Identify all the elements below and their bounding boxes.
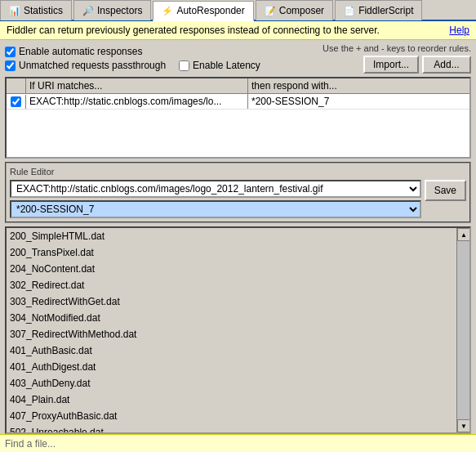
- list-item[interactable]: 200_SimpleHTML.dat: [7, 228, 456, 244]
- uri-header-label: If URI matches...: [29, 80, 102, 92]
- enable-responses-input[interactable]: [5, 47, 16, 57]
- tab-autoresponder-label: AutoResponder: [176, 5, 244, 16]
- rule-editor-body: EXACT:http://static.cnblogs.com/images/l…: [10, 180, 466, 218]
- scroll-up-btn[interactable]: ▲: [457, 228, 470, 241]
- rule-editor-title: Rule Editor: [10, 167, 466, 177]
- enable-responses-checkbox[interactable]: Enable automatic responses: [5, 46, 260, 57]
- info-banner: Fiddler can return previously generated …: [0, 21, 476, 40]
- toolbar: Enable automatic responses Unmatched req…: [0, 40, 476, 77]
- tab-bar: 📊 Statistics 🔎 Inspectors ⚡ AutoResponde…: [0, 0, 476, 21]
- toolbar-right: Use the + and - keys to reorder rules. I…: [323, 43, 471, 74]
- row-uri: EXACT:http://static.cnblogs.com/images/l…: [26, 94, 248, 109]
- rule-inputs: EXACT:http://static.cnblogs.com/images/l…: [10, 180, 421, 218]
- reorder-hint: Use the + and - keys to reorder rules.: [323, 43, 471, 53]
- tab-statistics-label: Statistics: [24, 5, 63, 16]
- statistics-icon: 📊: [9, 5, 20, 16]
- passthrough-label: Unmatched requests passthrough: [19, 60, 166, 71]
- latency-checkbox[interactable]: Enable Latency: [179, 60, 260, 71]
- list-item[interactable]: 200_TransPixel.dat: [7, 244, 456, 261]
- banner-text: Fiddler can return previously generated …: [7, 25, 380, 36]
- import-button[interactable]: Import...: [363, 56, 419, 74]
- list-item[interactable]: 403_AuthDeny.dat: [7, 375, 456, 392]
- col-check-header: [7, 78, 26, 93]
- uri-select[interactable]: EXACT:http://static.cnblogs.com/images/l…: [10, 180, 421, 198]
- inspectors-icon: 🔎: [82, 5, 94, 16]
- col-uri-header: If URI matches...: [26, 78, 248, 93]
- find-bar[interactable]: Find a file...: [0, 434, 476, 452]
- latency-label: Enable Latency: [193, 60, 260, 71]
- list-item[interactable]: 204_NoContent.dat: [7, 261, 456, 277]
- latency-input[interactable]: [179, 60, 189, 71]
- list-item[interactable]: 502_Unreachable.dat: [7, 424, 456, 432]
- composer-icon: 📝: [265, 5, 276, 16]
- rule-editor: Rule Editor EXACT:http://static.cnblogs.…: [5, 162, 471, 223]
- add-button[interactable]: Add...: [422, 56, 471, 74]
- row-uri-value: EXACT:http://static.cnblogs.com/images/l…: [29, 96, 221, 107]
- list-item[interactable]: 307_RedirectWithMethod.dat: [7, 326, 456, 342]
- tab-composer-label: Composer: [279, 5, 324, 16]
- scroll-down-btn[interactable]: ▼: [457, 419, 470, 432]
- tab-inspectors-label: Inspectors: [97, 5, 142, 16]
- table-row[interactable]: EXACT:http://static.cnblogs.com/images/l…: [7, 94, 469, 110]
- rules-table: If URI matches... then respond with... E…: [5, 77, 471, 159]
- tab-composer[interactable]: 📝 Composer: [256, 0, 333, 20]
- list-item[interactable]: 401_AuthDigest.dat: [7, 359, 456, 375]
- row-response-value: *200-SESSION_7: [251, 96, 329, 107]
- list-item[interactable]: 404_Plain.dat: [7, 392, 456, 408]
- tab-fiddlerscript[interactable]: 📄 FiddlerScript: [335, 0, 422, 20]
- dropdown-area: 200_SimpleHTML.dat200_TransPixel.dat204_…: [5, 226, 471, 434]
- scrollbar-track: [457, 241, 469, 419]
- find-bar-label: Find a file...: [5, 438, 56, 450]
- list-item[interactable]: 401_AuthBasic.dat: [7, 342, 456, 359]
- response-select[interactable]: *200-SESSION_7: [10, 200, 421, 218]
- row-check[interactable]: [7, 95, 26, 109]
- dropdown-list[interactable]: 200_SimpleHTML.dat200_TransPixel.dat204_…: [7, 228, 456, 432]
- list-item[interactable]: 304_NotModified.dat: [7, 310, 456, 326]
- list-item[interactable]: 407_ProxyAuthBasic.dat: [7, 408, 456, 424]
- tab-inspectors[interactable]: 🔎 Inspectors: [73, 0, 151, 20]
- row-response: *200-SESSION_7: [248, 94, 469, 109]
- fiddlerscript-icon: 📄: [344, 5, 355, 16]
- respond-header-label: then respond with...: [251, 80, 337, 92]
- enable-responses-label: Enable automatic responses: [19, 46, 142, 57]
- tab-autoresponder[interactable]: ⚡ AutoResponder: [153, 1, 253, 21]
- passthrough-input[interactable]: [5, 60, 16, 71]
- list-item[interactable]: 302_Redirect.dat: [7, 277, 456, 293]
- col-respond-header: then respond with...: [248, 78, 469, 93]
- help-link[interactable]: Help: [449, 25, 469, 36]
- tab-statistics[interactable]: 📊 Statistics: [0, 0, 72, 20]
- tab-fiddlerscript-label: FiddlerScript: [358, 5, 413, 16]
- toolbar-left: Enable automatic responses Unmatched req…: [5, 46, 260, 71]
- dropdown-scrollbar: ▲ ▼: [456, 228, 469, 432]
- toolbar-buttons: Import... Add...: [363, 56, 471, 74]
- passthrough-checkbox[interactable]: Unmatched requests passthrough: [5, 60, 166, 71]
- main-content: Fiddler can return previously generated …: [0, 21, 476, 452]
- save-button[interactable]: Save: [425, 180, 466, 201]
- row-checkbox[interactable]: [11, 96, 21, 107]
- autoresponder-icon: ⚡: [162, 5, 173, 16]
- table-header: If URI matches... then respond with...: [7, 78, 469, 94]
- list-item[interactable]: 303_RedirectWithGet.dat: [7, 293, 456, 310]
